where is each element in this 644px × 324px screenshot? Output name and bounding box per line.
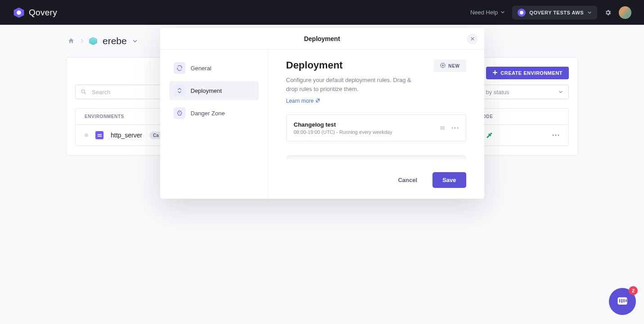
sidebar-item-label: General [191, 65, 212, 72]
modal-header: Deployment [160, 28, 484, 50]
create-environment-button[interactable]: CREATE ENVIRONMENT [486, 67, 569, 79]
settings-button[interactable] [604, 9, 612, 16]
status-dot-icon [85, 133, 88, 137]
learn-more-link[interactable]: Learn more [286, 98, 320, 104]
brand-logo[interactable]: Qovery [13, 7, 57, 18]
new-rule-button[interactable]: NEW [434, 59, 466, 72]
home-icon[interactable] [68, 37, 75, 45]
content-subtitle: Configure your default deployment rules.… [286, 76, 421, 94]
plus-circle-icon [440, 63, 446, 69]
svg-point-6 [451, 128, 453, 129]
close-button[interactable] [467, 33, 478, 44]
environment-name: http_server [111, 132, 142, 139]
create-env-label: CREATE ENVIRONMENT [500, 70, 563, 76]
chevron-down-icon [500, 9, 505, 16]
deployment-icon [174, 85, 185, 96]
new-rule-label: NEW [448, 64, 459, 68]
header-actions: Need Help QOVERY TESTS AWS [470, 6, 631, 19]
deployment-settings-modal: Deployment General Deployment [160, 28, 484, 199]
chevron-down-icon [587, 9, 592, 17]
rule-description: 08:00-19:00 (UTC) - Running every weekda… [294, 129, 433, 135]
sidebar-item-label: Deployment [191, 87, 222, 94]
org-logo-icon [518, 9, 526, 17]
app-header: Qovery Need Help QOVERY TESTS AWS [0, 0, 644, 25]
list-shadow [286, 155, 466, 161]
plus-icon [492, 70, 498, 76]
modal-content: Deployment NEW Configure your default de… [268, 50, 484, 199]
need-help-button[interactable]: Need Help [470, 9, 505, 16]
chat-notification-badge: 2 [629, 286, 638, 295]
svg-point-0 [17, 10, 21, 15]
sidebar-item-danger-zone[interactable]: Danger Zone [169, 104, 259, 123]
project-name[interactable]: erebe [103, 36, 127, 46]
modal-actions: Cancel Save [286, 172, 466, 188]
info-icon [174, 62, 185, 74]
row-menu-button[interactable] [552, 134, 559, 136]
col-mode: MODE [478, 114, 559, 119]
svg-point-1 [81, 90, 85, 93]
save-button[interactable]: Save [432, 172, 466, 188]
modal-sidebar: General Deployment Danger Zone [160, 50, 268, 199]
deployment-rule-card[interactable]: Changelog test 08:00-19:00 (UTC) - Runni… [286, 114, 466, 141]
content-heading: Deployment [286, 59, 343, 71]
sidebar-item-deployment[interactable]: Deployment [169, 81, 259, 100]
svg-point-4 [558, 135, 559, 136]
svg-point-8 [457, 128, 458, 129]
chevron-down-icon [558, 89, 563, 96]
mode-icon [486, 132, 493, 139]
warning-icon [174, 107, 185, 119]
modal-title: Deployment [304, 35, 340, 42]
intercom-chat-button[interactable]: 2 [609, 288, 636, 315]
external-link-icon [315, 98, 320, 104]
rule-title: Changelog test [294, 121, 433, 128]
qovery-logo-icon [13, 7, 25, 18]
sidebar-item-label: Danger Zone [191, 110, 225, 117]
drag-handle-icon[interactable] [440, 125, 445, 131]
svg-point-3 [555, 135, 557, 136]
user-avatar[interactable] [619, 6, 631, 19]
sidebar-item-general[interactable]: General [169, 59, 259, 78]
org-name: QOVERY TESTS AWS [529, 10, 584, 15]
cancel-button[interactable]: Cancel [390, 172, 425, 188]
brand-text: Qovery [29, 8, 57, 18]
org-switcher[interactable]: QOVERY TESTS AWS [512, 6, 597, 19]
learn-more-label: Learn more [286, 98, 314, 104]
svg-point-7 [454, 128, 455, 129]
svg-point-2 [553, 135, 554, 136]
environment-icon [95, 131, 104, 139]
need-help-label: Need Help [470, 9, 498, 16]
rule-menu-button[interactable] [451, 127, 459, 129]
search-icon [81, 89, 87, 95]
breadcrumb-separator-icon [80, 37, 84, 45]
project-icon [89, 37, 97, 45]
project-switcher-button[interactable] [132, 38, 138, 44]
